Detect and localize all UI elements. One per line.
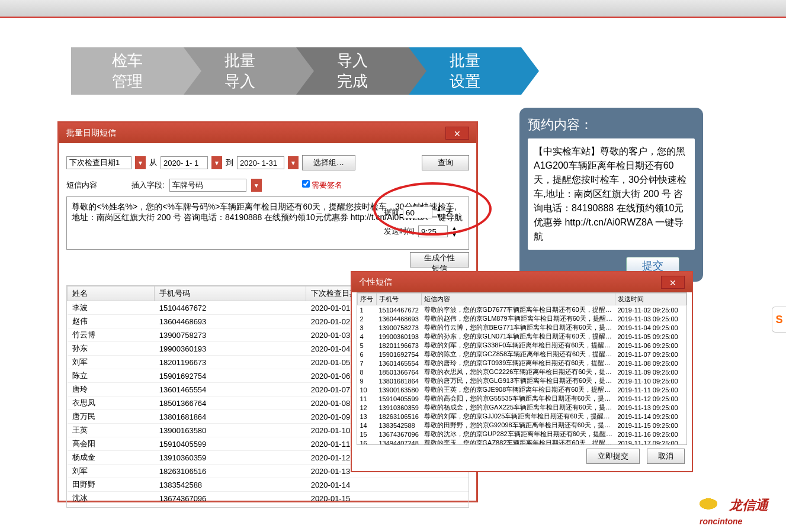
column-header[interactable]: 短信内容 (422, 294, 615, 305)
cell: 13604468693 (155, 315, 306, 328)
main-titlebar: 批量日期短信 ✕ (59, 123, 476, 143)
spin-down-icon[interactable]: ▼ (436, 212, 442, 219)
insert-row: 短信内容 插入字段: 车牌号码▼ 需要签名 (59, 176, 476, 194)
column-header[interactable]: 发送时间 (615, 294, 686, 305)
preview-title: 预约内容： (528, 116, 695, 134)
column-header[interactable]: 姓名 (68, 286, 155, 301)
cell: 李波 (68, 301, 155, 315)
cell: 13494407248 (155, 505, 306, 508)
insert-field-select[interactable]: 车牌号码 (169, 179, 246, 192)
cell: 2020-01-15 (306, 492, 469, 505)
cell: 2019-11-13 09:25:00 (615, 403, 686, 412)
cell: 尊敬的陈立，您的京GCZ858车辆距离年检日期还有60天，提醒… (422, 350, 615, 359)
date-to[interactable]: 2020- 1-31 (237, 156, 284, 169)
cell: 唐玲 (68, 383, 155, 396)
column-header[interactable]: 序号 (358, 294, 377, 305)
spin-down-icon[interactable]: ▼ (451, 231, 457, 238)
table-row[interactable]: 713601465554尊敬的唐玲，您的京GT0939车辆距离年检日期还有60天… (358, 359, 686, 367)
table-row[interactable]: 1013900163580尊敬的王英，您的京GJE908车辆距离年检日期还有60… (358, 385, 686, 394)
cell: 3 (358, 323, 377, 332)
cell: 陈立 (68, 369, 155, 383)
date-from[interactable]: 2020- 1- 1 (161, 156, 208, 169)
chevron-down-icon[interactable]: ▼ (288, 156, 299, 169)
logo-icon (700, 495, 729, 517)
cell: 12 (358, 403, 377, 412)
cell: 唐万民 (68, 410, 155, 424)
chevron-down-icon[interactable]: ▼ (211, 156, 222, 169)
table-row[interactable]: 115104467672尊敬的李波，您的京GD7677车辆距离年检日期还有60天… (358, 305, 686, 315)
close-button[interactable]: ✕ (661, 276, 685, 289)
cell: 15901692754 (155, 369, 306, 383)
column-header[interactable]: 手机号 (377, 294, 422, 305)
cell: 16 (358, 439, 377, 445)
sms-grid[interactable]: 序号手机号短信内容发送时间115104467672尊敬的李波，您的京GD7677… (357, 292, 687, 445)
table-row[interactable]: 1213910360359尊敬的杨成金，您的京GAX225车辆距离年检日期还有6… (358, 403, 686, 412)
cell: 尊敬的杨成金，您的京GAX225车辆距离年检日期还有60天，提… (422, 403, 615, 412)
cell: 18501366764 (377, 367, 422, 376)
cell: 13900163580 (377, 385, 422, 394)
table-row[interactable]: 李玉134944072482020-01-16 (68, 505, 469, 508)
cell: 尊敬的刘军，您的京G338F0车辆距离年检日期还有60天，提醒… (422, 341, 615, 350)
query-button[interactable]: 查询 (422, 155, 469, 170)
cell: 尊敬的高会阳，您的京G55535车辆距离年检日期还有60天，提… (422, 394, 615, 403)
table-row[interactable]: 田野野13835425882020-01-14 (68, 478, 469, 492)
insert-label: 插入字段: (131, 180, 165, 191)
days-label: 天 (445, 207, 453, 218)
table-row[interactable]: 518201196673尊敬的刘军，您的京G338F0车辆距离年检日期还有60天… (358, 341, 686, 350)
cell: 2019-11-05 09:25:00 (615, 332, 686, 341)
cell: 15910405599 (377, 394, 422, 403)
cell: 2019-11-16 09:25:00 (615, 430, 686, 439)
cell: 刘军 (68, 356, 155, 369)
column-header[interactable]: 手机号码 (155, 286, 306, 301)
breadcrumb-step[interactable]: 检车管理 (71, 47, 184, 95)
generate-button[interactable]: 生成个性短信 (410, 252, 469, 267)
cell: 2020-01-16 (306, 505, 469, 508)
popup-submit-button[interactable]: 立即提交 (586, 449, 640, 464)
cell: 19900360193 (377, 332, 422, 341)
cell: 13801681864 (155, 410, 306, 424)
side-tab[interactable]: S (772, 307, 786, 333)
cell: 18501366764 (155, 396, 306, 410)
table-row[interactable]: 615901692754尊敬的陈立，您的京GCZ858车辆距离年检日期还有60天… (358, 350, 686, 359)
table-row[interactable]: 213604468693尊敬的赵伟，您的京GLM879车辆距离年检日期还有60天… (358, 314, 686, 323)
chevron-down-icon[interactable]: ▼ (135, 156, 146, 169)
spin-up-icon[interactable]: ▲ (436, 206, 442, 212)
window-titlebar (0, 0, 786, 18)
chevron-down-icon[interactable]: ▼ (251, 179, 262, 192)
table-row[interactable]: 1613494407248尊敬的李玉，您的京GAZ882车辆距离年检日期还有60… (358, 439, 686, 445)
popup-cancel-button[interactable]: 取消 (647, 449, 685, 464)
advance-controls: 提前 ▲▼ 天 发送时间 ▲▼ (384, 206, 457, 244)
to-label: 到 (226, 157, 233, 168)
logo-cn: 龙信通 (729, 498, 768, 512)
sendtime-input[interactable] (418, 225, 448, 237)
cell: 衣思凤 (68, 396, 155, 410)
cell: 2019-11-03 09:25:00 (615, 314, 686, 323)
cell: 杨成金 (68, 451, 155, 465)
popup-window: 个性短信 ✕ 序号手机号短信内容发送时间115104467672尊敬的李波，您的… (351, 271, 693, 472)
preview-panel: 预约内容： 【中实检车站】尊敬的客户，您的黑A1G200车辆距离年检日期还有60… (519, 108, 703, 282)
spin-up-icon[interactable]: ▲ (451, 225, 457, 231)
sign-label: 需要签名 (312, 180, 342, 189)
table-row[interactable]: 1115910405599尊敬的高会阳，您的京G55535车辆距离年检日期还有6… (358, 394, 686, 403)
cell: 13900758273 (155, 328, 306, 342)
table-row[interactable]: 818501366764尊敬的衣思凤，您的京GC2226车辆距离年检日期还有60… (358, 367, 686, 376)
table-row[interactable]: 141383542588尊敬的田野野，您的京G92098车辆距离年检日期还有60… (358, 421, 686, 430)
date-field-select[interactable]: 下次检查日期1 (66, 156, 131, 169)
cell: 13910360359 (155, 451, 306, 465)
table-row[interactable]: 419900360193尊敬的孙东，您的京GLN071车辆距离年检日期还有60天… (358, 332, 686, 341)
cell: 2019-11-14 09:25:00 (615, 412, 686, 421)
pick-group-button[interactable]: 选择组… (302, 155, 355, 170)
cell: 15104467672 (155, 301, 306, 315)
advance-input[interactable] (403, 207, 432, 218)
table-row[interactable]: 913801681864尊敬的唐万民，您的京GLG913车辆距离年检日期还有60… (358, 376, 686, 385)
sign-checkbox[interactable] (302, 180, 310, 188)
table-row[interactable]: 1318263106516尊敬的刘军，您的京GJJ025车辆距离年检日期还有60… (358, 412, 686, 421)
cell: 13674367096 (155, 492, 306, 505)
close-button[interactable]: ✕ (445, 127, 469, 140)
popup-title: 个性短信 (359, 277, 392, 288)
table-row[interactable]: 1513674367096尊敬的沈冰，您的京GUP282车辆距离年检日期还有60… (358, 430, 686, 439)
table-row[interactable]: 313900758273尊敬的竹云博，您的京BEG771车辆距离年检日期还有60… (358, 323, 686, 332)
table-row[interactable]: 沈冰136743670962020-01-15 (68, 492, 469, 505)
cell: 尊敬的王英，您的京GJE908车辆距离年检日期还有60天，提醒您… (422, 385, 615, 394)
cell: 尊敬的刘军，您的京GJJ025车辆距离年检日期还有60天，提醒您… (422, 412, 615, 421)
